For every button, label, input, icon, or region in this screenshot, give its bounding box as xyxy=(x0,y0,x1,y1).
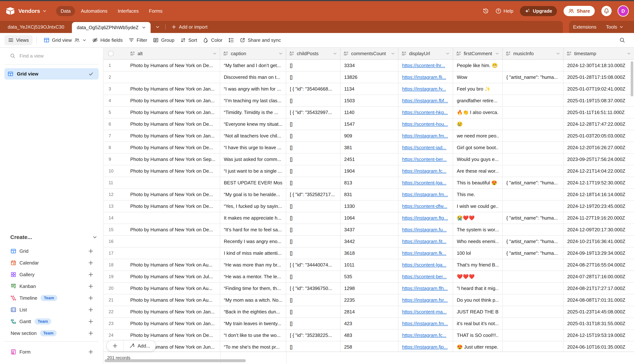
display-url-link[interactable]: https://instagram.fbf... xyxy=(402,98,448,104)
cell-childposts[interactable]: [ { "id": "35238225... xyxy=(286,330,341,341)
vertical-scrollbar[interactable] xyxy=(631,61,633,96)
display-url-link[interactable]: https://scontent-lga... xyxy=(402,262,446,268)
notifications-button[interactable] xyxy=(601,6,612,16)
row-number[interactable]: 9 xyxy=(104,154,127,165)
cell-alt[interactable] xyxy=(127,177,220,188)
cell-displayurl[interactable]: https://instagram.fm... xyxy=(399,318,453,329)
cell-alt[interactable]: Photo by Humans of New York on Au... xyxy=(127,294,220,306)
row-number[interactable]: 7 xyxy=(104,130,127,142)
chevron-down-icon[interactable] xyxy=(391,51,395,56)
display-url-link[interactable]: https://scontent-lhr... xyxy=(402,63,445,68)
cell-displayurl[interactable]: https://instagram.ftg... xyxy=(399,212,453,224)
cell-timestamp[interactable]: 2025-01-23T14:45:08.000Z xyxy=(563,306,634,318)
cell-commentscount[interactable]: 1547 xyxy=(341,118,399,130)
cell-childposts[interactable]: [] xyxy=(286,341,341,352)
cell-commentscount[interactable]: 1064 xyxy=(341,212,399,224)
cell-caption[interactable]: Recently I was angry eno... xyxy=(220,236,286,247)
row-height-button[interactable] xyxy=(225,35,237,45)
cell-firstcomment[interactable]: we need more peo... xyxy=(453,130,503,142)
chevron-down-icon[interactable] xyxy=(627,51,631,56)
column-header-timestamp[interactable]: timestamp xyxy=(563,48,634,60)
row-number[interactable]: 12 xyxy=(104,189,127,200)
row-number[interactable]: 10 xyxy=(104,165,127,177)
chevron-down-icon[interactable] xyxy=(278,51,283,56)
cell-timestamp[interactable]: 2024-12-19T20:23:45.000Z xyxy=(563,200,634,212)
cell-musicinfo[interactable] xyxy=(503,259,563,270)
cell-alt[interactable]: Photo by Humans of New York on Au... xyxy=(127,282,220,294)
cell-childposts[interactable]: [] xyxy=(286,154,341,165)
plus-icon[interactable] xyxy=(88,307,94,312)
cell-alt[interactable]: Photo by Humans of New York on Jan... xyxy=(127,107,220,118)
cell-timestamp[interactable]: 2024-12-17T19:52:30.000Z xyxy=(563,177,634,188)
add-or-import-button[interactable]: Add or import xyxy=(166,21,213,33)
cell-commentscount[interactable]: 831 xyxy=(341,189,399,200)
cell-firstcomment[interactable]: it’s real but it’s not... xyxy=(453,318,503,329)
sidebar-create-form[interactable]: Form xyxy=(0,346,103,358)
cell-commentscount[interactable]: 423 xyxy=(341,318,399,329)
cell-displayurl[interactable]: https://instagram.fm... xyxy=(399,130,453,142)
cell-alt[interactable]: Photo by Humans of New York on Jan... xyxy=(127,306,220,318)
plus-icon[interactable] xyxy=(88,284,94,289)
cell-alt[interactable]: Photo by Humans of New York on Jan... xyxy=(127,130,220,142)
cell-childposts[interactable]: [ { "id": "35404668... xyxy=(286,83,341,94)
cell-caption[interactable]: Discovered this man on t... xyxy=(220,72,286,83)
cell-firstcomment[interactable]: JUST READ THE B... xyxy=(453,306,503,318)
cell-firstcomment[interactable]: "I heard that it mig... xyxy=(453,282,503,294)
cell-displayurl[interactable]: https://scontent-ma... xyxy=(399,306,453,318)
cell-musicinfo[interactable] xyxy=(503,60,563,71)
cell-musicinfo[interactable] xyxy=(503,341,563,352)
select-all-checkbox[interactable] xyxy=(108,51,113,56)
cell-musicinfo[interactable] xyxy=(503,83,563,94)
cell-alt[interactable] xyxy=(127,236,220,247)
cell-firstcomment[interactable]: People like him. 😬 xyxy=(453,60,503,71)
cell-timestamp[interactable]: 2023-09-25T17:56:24.000Z xyxy=(563,154,634,165)
horizontal-scrollbar[interactable] xyxy=(105,359,246,362)
row-number[interactable]: 23 xyxy=(104,318,127,329)
cell-firstcomment[interactable]: That’s my friend B... xyxy=(453,259,503,270)
base-name-button[interactable]: Vendors xyxy=(18,8,47,14)
cell-musicinfo[interactable]: { "artist_name": "huma... xyxy=(503,177,563,188)
cell-timestamp[interactable]: 2024-08-21T17:27:17.000Z xyxy=(563,282,634,294)
display-url-link[interactable]: https://scontent-ber... xyxy=(402,156,447,162)
cell-displayurl[interactable]: https://scontent-lga... xyxy=(399,177,453,188)
row-number[interactable]: 20 xyxy=(104,282,127,294)
avatar[interactable]: D xyxy=(618,6,628,16)
cell-caption[interactable]: “My father and I don’t get... xyxy=(220,60,286,71)
display-url-link[interactable]: https://instagram.fsr... xyxy=(402,297,448,303)
cell-alt[interactable] xyxy=(127,212,220,224)
cell-alt[interactable]: Photo by Humans of New York on De... xyxy=(127,200,220,212)
cell-musicinfo[interactable] xyxy=(503,130,563,142)
cell-caption[interactable]: “Everyone knew my situat... xyxy=(220,118,286,130)
cell-timestamp[interactable]: 2025-01-28T17:15:08.000Z xyxy=(563,72,634,83)
cell-displayurl[interactable]: https://instagram.flh... xyxy=(399,282,453,294)
sidebar-view-grid-view[interactable]: Grid view xyxy=(5,68,99,80)
cell-timestamp[interactable]: 2025-01-31T18:31:55.000Z xyxy=(563,318,634,329)
cell-childposts[interactable]: [] xyxy=(286,95,341,106)
cell-caption[interactable]: “I don’t like to use the wo... xyxy=(220,330,286,341)
cell-timestamp[interactable]: 2024-09-19T13:29:34.000Z xyxy=(563,248,634,259)
plus-icon[interactable] xyxy=(88,330,94,336)
sort-button[interactable]: Sort xyxy=(177,35,200,45)
cell-childposts[interactable]: [ { "id": "35432997... xyxy=(286,107,341,118)
cell-timestamp[interactable]: 2025-01-19T15:08:37.000Z xyxy=(563,95,634,106)
cell-commentscount[interactable]: 2451 xyxy=(341,154,399,165)
views-button[interactable]: Views xyxy=(5,35,33,45)
row-number[interactable]: 6 xyxy=(104,118,127,130)
cell-commentscount[interactable]: 1904 xyxy=(341,165,399,177)
display-url-link[interactable]: https://instagram.flh... xyxy=(402,286,448,291)
cell-childposts[interactable]: [] xyxy=(286,318,341,329)
cell-displayurl[interactable]: https://instagram.fm... xyxy=(399,189,453,200)
cell-timestamp[interactable]: 2024-12-15T19:53:19.000Z xyxy=(563,330,634,341)
cell-firstcomment[interactable]: Do you not think p... xyxy=(453,294,503,306)
cell-musicinfo[interactable]: { "artist_name": "huma... xyxy=(503,212,563,224)
cell-caption[interactable]: “I have this urge to leave ... xyxy=(220,142,286,153)
cell-musicinfo[interactable] xyxy=(503,154,563,165)
cell-childposts[interactable]: [] xyxy=(286,118,341,130)
cell-firstcomment[interactable]: This is beautiful 😍 xyxy=(453,177,503,188)
cell-firstcomment[interactable]: THAT is SO cool!!!... xyxy=(453,330,503,341)
sidebar-create-list[interactable]: List xyxy=(0,304,103,316)
cell-timestamp[interactable]: 2024-06-10T16:01:35.000Z xyxy=(563,341,634,352)
sidebar-create-gantt[interactable]: GanttTeam xyxy=(0,316,103,327)
cell-displayurl[interactable]: https://instagram.fc... xyxy=(399,165,453,177)
cell-displayurl[interactable]: https://instagram.fu... xyxy=(399,224,453,235)
